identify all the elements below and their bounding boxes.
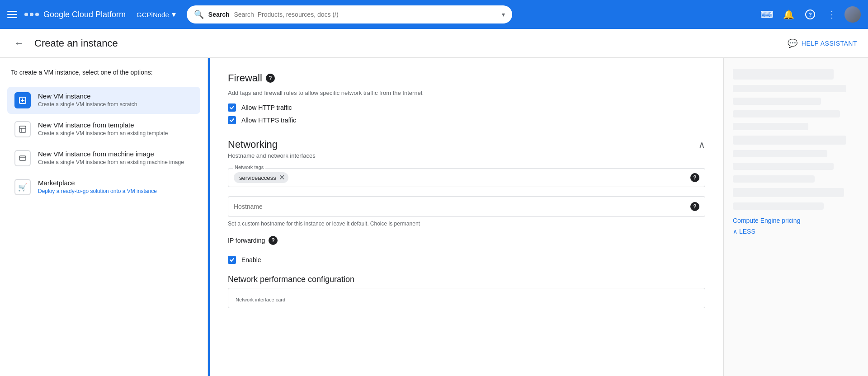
networking-title: Networking [228, 139, 278, 150]
bell-icon: 🔔 [783, 9, 794, 20]
notifications-icon-btn[interactable]: 🔔 [779, 5, 797, 24]
logo-dots [24, 13, 39, 16]
hostname-field: ? [228, 196, 705, 217]
networking-header: Networking ∧ [228, 139, 705, 150]
chevron-down-icon: ▾ [172, 9, 176, 19]
terminal-icon: ⌨ [760, 9, 774, 20]
search-icon: 🔍 [194, 9, 204, 19]
vm-template-icon [14, 121, 31, 137]
right-panel: Compute Engine pricing ∧ LESS [723, 58, 868, 376]
sidebar-item-marketplace[interactable]: 🛒 Marketplace Deploy a ready-to-go solut… [7, 174, 200, 201]
svg-rect-6 [19, 156, 26, 160]
firewall-help-icon[interactable]: ? [266, 74, 275, 83]
sidebar-item-text-vm-template: New VM instance from template Create a s… [38, 121, 168, 137]
marketplace-icon: 🛒 [14, 179, 31, 195]
sidebar-item-title-vm-template: New VM instance from template [38, 121, 168, 129]
blur-block-1 [733, 69, 834, 80]
search-label: Search [208, 11, 230, 18]
ip-forwarding-help-icon[interactable]: ? [269, 236, 278, 245]
back-arrow-icon: ← [14, 38, 24, 49]
help-icon-btn[interactable]: ? [801, 5, 819, 24]
networking-collapse-icon[interactable]: ∧ [698, 139, 705, 150]
http-checkbox[interactable] [228, 103, 236, 112]
http-label: Allow HTTP traffic [241, 104, 292, 111]
sidebar-item-new-vm[interactable]: New VM instance Create a single VM insta… [7, 87, 200, 114]
help-circle-icon: ? [805, 9, 815, 19]
firewall-section: Firewall ? Add tags and firewall rules t… [228, 72, 705, 124]
blur-block-8 [733, 163, 834, 170]
more-vert-icon: ⋮ [827, 9, 836, 20]
blur-block-2 [733, 85, 846, 92]
network-tags-label: Network tags [233, 164, 265, 170]
sidebar-item-title-vm-machine-image: New VM instance from machine image [38, 150, 184, 158]
tag-value: serviceaccess [239, 174, 276, 181]
gcp-logo: Google Cloud Platform [24, 10, 126, 19]
search-bar: 🔍 Search ▾ [187, 5, 512, 24]
blur-block-7 [733, 150, 827, 157]
sidebar-item-text-marketplace: Marketplace Deploy a ready-to-go solutio… [38, 179, 157, 195]
hostname-input[interactable] [234, 203, 690, 210]
main-content: Firewall ? Add tags and firewall rules t… [210, 58, 723, 376]
pricing-link[interactable]: Compute Engine pricing [733, 217, 859, 224]
top-nav: Google Cloud Platform GCPiNode ▾ 🔍 Searc… [0, 0, 868, 29]
page-title: Create an instance [34, 38, 118, 49]
sidebar-item-desc-vm-machine-image: Create a single VM instance from an exis… [38, 159, 184, 166]
main-layout: To create a VM instance, select one of t… [0, 58, 868, 376]
project-name: GCPiNode [137, 11, 169, 19]
http-traffic-row: Allow HTTP traffic [228, 103, 705, 112]
blur-block-6 [733, 136, 846, 145]
sidebar-item-desc-vm-template: Create a single VM instance from an exis… [38, 130, 168, 137]
less-label: LESS [739, 228, 755, 235]
https-traffic-row: Allow HTTPS traffic [228, 116, 705, 124]
sub-header: ← Create an instance 💬 HELP ASSISTANT [0, 29, 868, 58]
hostname-hint: Set a custom hostname for this instance … [228, 221, 705, 227]
net-perf-title: Network performance configuration [228, 275, 705, 284]
less-button[interactable]: ∧ LESS [733, 228, 859, 235]
sidebar-item-vm-machine-image[interactable]: New VM instance from machine image Creat… [7, 145, 200, 172]
sidebar-item-title-marketplace: Marketplace [38, 179, 157, 187]
ip-forwarding-checkbox[interactable] [228, 256, 236, 264]
help-assistant-label: HELP ASSISTANT [802, 40, 857, 47]
nav-actions: ⌨ 🔔 ? ⋮ [758, 5, 861, 24]
search-input[interactable] [234, 11, 497, 18]
ip-forwarding-label: IP forwarding [228, 237, 265, 244]
search-expand-icon[interactable]: ▾ [502, 11, 505, 18]
network-tags-field: Network tags serviceaccess ✕ ? [228, 168, 705, 187]
serviceaccess-tag: serviceaccess ✕ [234, 172, 288, 183]
tag-row: serviceaccess ✕ ? [234, 172, 699, 183]
hostname-help-icon[interactable]: ? [690, 202, 699, 211]
vm-machine-image-icon [14, 150, 31, 166]
firewall-desc: Add tags and firewall rules to allow spe… [228, 89, 705, 96]
networking-subtitle: Hostname and network interfaces [228, 152, 705, 159]
back-button[interactable]: ← [11, 35, 27, 52]
chat-icon: 💬 [788, 38, 798, 48]
sidebar-item-desc-marketplace: Deploy a ready-to-go solution onto a VM … [38, 188, 157, 195]
hamburger-menu[interactable] [7, 11, 17, 18]
project-selector[interactable]: GCPiNode ▾ [133, 8, 179, 21]
networking-section: Networking ∧ Hostname and network interf… [228, 139, 705, 308]
blur-block-10 [733, 188, 844, 197]
https-label: Allow HTTPS traffic [241, 117, 296, 124]
ip-forwarding-row: IP forwarding ? [228, 236, 705, 245]
chevron-up-icon: ∧ [733, 228, 737, 235]
sidebar-item-text-vm-machine-image: New VM instance from machine image Creat… [38, 150, 184, 166]
more-options-btn[interactable]: ⋮ [823, 5, 841, 24]
sidebar: To create a VM instance, select one of t… [0, 58, 208, 376]
sidebar-item-vm-template[interactable]: New VM instance from template Create a s… [7, 116, 200, 143]
terminal-icon-btn[interactable]: ⌨ [758, 5, 776, 24]
https-checkbox[interactable] [228, 116, 236, 124]
sidebar-item-desc-new-vm: Create a single VM instance from scratch [38, 101, 137, 108]
blur-block-3 [733, 98, 821, 105]
sidebar-item-title-new-vm: New VM instance [38, 92, 137, 100]
help-assistant-button[interactable]: 💬 HELP ASSISTANT [788, 38, 857, 48]
enable-ip-fwd-row: Enable [228, 256, 705, 264]
network-tags-help-icon[interactable]: ? [690, 173, 699, 182]
firewall-title: Firewall ? [228, 72, 705, 84]
new-vm-icon [14, 92, 31, 108]
net-interface-label: Network interface card [236, 294, 698, 302]
user-avatar[interactable] [844, 6, 861, 23]
blur-block-11 [733, 202, 824, 210]
blur-block-5 [733, 123, 808, 130]
tag-remove-btn[interactable]: ✕ [279, 174, 285, 181]
sidebar-item-text-new-vm: New VM instance Create a single VM insta… [38, 92, 137, 108]
